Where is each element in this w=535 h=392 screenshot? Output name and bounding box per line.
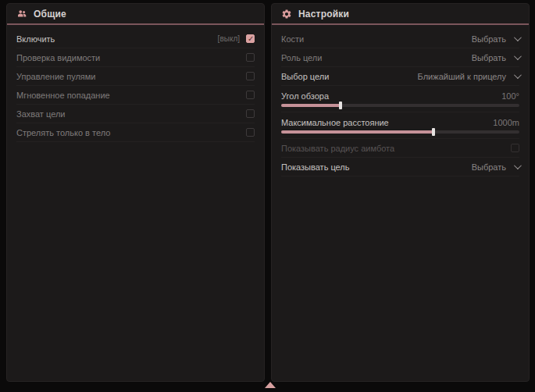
target-selection-select[interactable]: Ближайший к прицелу <box>418 72 519 81</box>
row-bones-label: Кости <box>281 34 304 44</box>
chevron-down-icon <box>514 162 522 169</box>
body-only-checkbox[interactable] <box>246 128 255 137</box>
fov-slider-fill <box>281 104 341 107</box>
row-enable-label: Включить <box>16 34 55 44</box>
panel-general-title: Общие <box>34 9 66 20</box>
target-role-select-value: Выбрать <box>472 53 506 62</box>
panel-general-header[interactable]: Общие <box>7 4 264 25</box>
settings-rows: Кости Выбрать Роль цели Выбрать Выбор це… <box>272 25 529 176</box>
panel-general: Общие Включить [выкл] Проверка видимости… <box>6 3 265 382</box>
bullet-control-checkbox[interactable] <box>246 72 255 80</box>
enable-checkbox[interactable] <box>246 34 255 43</box>
max-distance-slider[interactable] <box>281 130 519 134</box>
resize-indicator[interactable] <box>265 382 276 388</box>
row-show-target[interactable]: Показывать цель Выбрать <box>281 158 519 176</box>
max-distance-slider-thumb[interactable] <box>432 128 435 136</box>
max-distance-slider-fill <box>281 130 433 134</box>
general-rows: Включить [выкл] Проверка видимости Управ… <box>7 25 264 142</box>
instant-hit-checkbox[interactable] <box>246 91 255 99</box>
row-target-role[interactable]: Роль цели Выбрать <box>281 48 519 67</box>
row-visibility-check[interactable]: Проверка видимости <box>16 48 255 67</box>
users-icon <box>16 9 27 20</box>
row-body-only-label: Стрелять только в тело <box>16 128 110 137</box>
row-target-selection[interactable]: Выбор цели Ближайший к прицелу <box>281 67 519 86</box>
chevron-down-icon <box>514 34 522 41</box>
bones-select[interactable]: Выбрать <box>472 34 519 44</box>
row-bullet-control-label: Управление пулями <box>16 72 96 81</box>
row-max-distance: Максимальное расстояние 1000m <box>281 112 519 139</box>
row-bones[interactable]: Кости Выбрать <box>281 30 519 48</box>
gear-icon <box>281 9 292 20</box>
row-fov-label: Угол обзора <box>281 91 329 101</box>
row-bullet-control[interactable]: Управление пулями <box>16 67 255 86</box>
row-show-target-label: Показывать цель <box>281 162 350 172</box>
row-fov: Угол обзора 100° <box>281 86 519 112</box>
target-selection-select-value: Ближайший к прицелу <box>418 72 506 81</box>
chevron-down-icon <box>514 52 522 60</box>
show-target-select[interactable]: Выбрать <box>472 162 519 172</box>
panel-settings-header[interactable]: Настройки <box>272 4 529 25</box>
show-radius-checkbox[interactable] <box>511 144 519 152</box>
target-role-select[interactable]: Выбрать <box>472 53 519 62</box>
row-visibility-check-label: Проверка видимости <box>16 53 100 62</box>
chevron-down-icon <box>514 71 522 79</box>
bones-select-value: Выбрать <box>472 34 506 44</box>
row-instant-hit-label: Мгновенное попадание <box>16 91 110 100</box>
row-body-only[interactable]: Стрелять только в тело <box>16 123 255 142</box>
target-lock-checkbox[interactable] <box>246 109 255 118</box>
row-enable[interactable]: Включить [выкл] <box>16 30 255 48</box>
show-target-select-value: Выбрать <box>472 162 506 172</box>
row-target-selection-label: Выбор цели <box>281 72 329 81</box>
row-enable-hotkey-tag[interactable]: [выкл] <box>218 34 240 43</box>
fov-slider[interactable] <box>281 104 519 107</box>
panel-settings-title: Настройки <box>298 9 349 20</box>
row-max-distance-label: Максимальное расстояние <box>281 118 389 127</box>
row-instant-hit[interactable]: Мгновенное попадание <box>16 86 255 105</box>
row-show-radius-label: Показывать радиус аимбота <box>281 144 394 153</box>
max-distance-value: 1000m <box>493 118 519 127</box>
fov-value: 100° <box>501 91 519 101</box>
panel-settings: Настройки Кости Выбрать Роль цели Выбрат… <box>271 3 530 382</box>
row-target-lock-label: Захват цели <box>16 109 65 119</box>
row-target-role-label: Роль цели <box>281 53 322 62</box>
fov-slider-thumb[interactable] <box>339 102 342 109</box>
row-target-lock[interactable]: Захват цели <box>16 105 255 123</box>
row-show-radius[interactable]: Показывать радиус аимбота <box>281 139 519 158</box>
visibility-check-checkbox[interactable] <box>246 53 255 62</box>
